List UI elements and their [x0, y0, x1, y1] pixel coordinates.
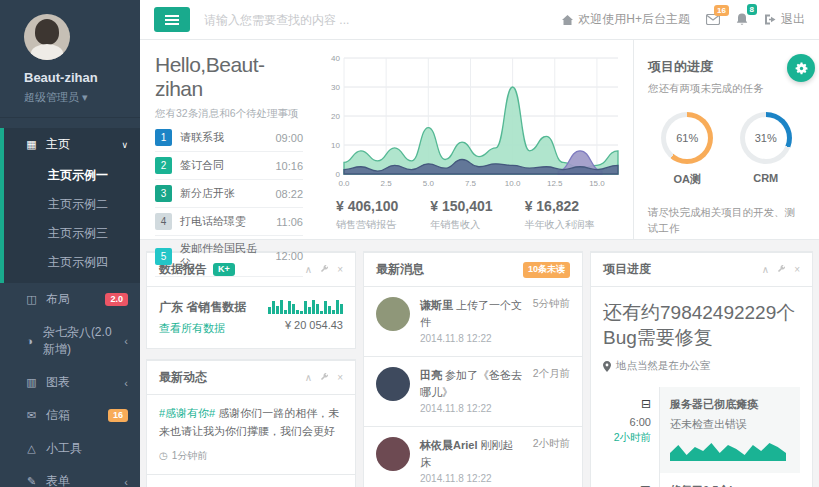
post-text: #感谢有你# 感谢你们一路的相伴，未来也请让我为你们撑腰，我们会更好	[159, 405, 343, 440]
chevron-left-icon: ‹	[124, 335, 128, 347]
submenu-item[interactable]: 主页示例四	[4, 248, 140, 277]
todo-text: 打电话给璟雯	[180, 214, 246, 229]
submenu-item[interactable]: 主页示例二	[4, 190, 140, 219]
sidebar-item[interactable]: ▥ 图表 ‹	[0, 366, 140, 399]
svg-text:40: 40	[331, 54, 340, 63]
submenu-item[interactable]: 主页示例一	[4, 161, 140, 190]
svg-text:10.0: 10.0	[505, 179, 521, 188]
avatar	[376, 297, 410, 331]
svg-text:7.5: 7.5	[465, 179, 477, 188]
svg-text:12.5: 12.5	[547, 179, 563, 188]
news-item[interactable]: 田亮 参加了《爸爸去哪儿》 2014.11.8 12:22 2个月前	[364, 357, 582, 427]
map-marker-icon	[603, 361, 611, 372]
sidebar-item[interactable]: ◫ 布局 2.0	[0, 283, 140, 316]
todo-text: 请联系我	[180, 130, 224, 145]
timeline-content: 服务器已彻底瘫痪 还未检查出错误	[659, 387, 800, 473]
collapse-icon[interactable]: ∧	[762, 265, 769, 275]
latest-news-panel: 最新消息 10条未读 谦斯里 上传了一个文件 2014.11.8 12:22 5	[363, 251, 583, 487]
donut-percent: 31%	[755, 132, 777, 144]
chevron-down-icon: ∨	[121, 140, 128, 150]
close-icon[interactable]: ×	[794, 265, 800, 275]
svg-text:2.5: 2.5	[381, 179, 393, 188]
gear-icon	[794, 61, 809, 76]
close-icon[interactable]: ×	[337, 265, 343, 275]
donut-label: OA测	[661, 172, 713, 187]
panel-tools: ∧ ×	[305, 372, 343, 383]
post-tag-link[interactable]: #感谢有你#	[159, 407, 215, 419]
submenu-item[interactable]: 主页示例三	[4, 219, 140, 248]
unread-count-badge: 10条未读	[523, 262, 570, 278]
timeline-item: ⊟ 6:00 2小时前 服务器已彻底瘫痪 还未检查出错误	[603, 387, 800, 473]
search-input[interactable]	[204, 13, 434, 27]
timeline-title: 服务器已彻底瘫痪	[670, 397, 790, 412]
chart-stats: ¥ 406,100 销售营销报告 ¥ 150,401 年销售收入 ¥ 16,82…	[326, 194, 629, 232]
welcome-link[interactable]: 欢迎使用H+后台主题	[562, 11, 690, 28]
todo-item[interactable]: 2 签订合同 10:16	[155, 152, 303, 180]
project-detail-panel: 项目进度 ∧ × 还有约79842492229个Bug需要修复 地点当然是在办公…	[590, 251, 813, 487]
todo-time: 09:00	[275, 132, 303, 144]
close-icon[interactable]: ×	[337, 373, 343, 383]
news-time-ago: 2个月前	[533, 367, 570, 416]
news-item[interactable]: 林依晨Ariel 刚刚起床 2014.11.8 12:22 2小时前	[364, 427, 582, 487]
settings-icon[interactable]	[777, 264, 786, 275]
stat-label: 半年收入利润率	[525, 218, 619, 232]
report-value: ¥ 20 054.43	[268, 319, 343, 331]
stat-block: ¥ 16,822 半年收入利润率	[525, 198, 619, 232]
sidebar-item[interactable]: ◑ 杂七杂八(2.0新增) ‹	[0, 316, 140, 366]
panel-tools: ∧ ×	[305, 264, 343, 275]
stat-value: ¥ 150,401	[430, 198, 524, 214]
panel-title: 最新动态	[159, 369, 207, 386]
svg-text:10: 10	[331, 141, 340, 150]
column-left: 数据报告 K+ ∧ × 广东 省销售数据 查看所有数据 ¥ 2	[146, 251, 356, 487]
notifications-button[interactable]: 8	[736, 13, 748, 26]
news-user-name: 林依晨Ariel	[420, 439, 477, 451]
timeline-meta: ▤ 7:00 3小时前	[603, 473, 659, 487]
panel-title: 最新消息	[376, 261, 424, 278]
avatar[interactable]	[24, 14, 70, 60]
bar-chart-icon: ▥	[25, 376, 38, 389]
view-all-data-link[interactable]: 查看所有数据	[159, 321, 246, 336]
panel-tools: ∧ ×	[762, 264, 800, 275]
columns-icon: ◫	[25, 293, 38, 306]
settings-icon[interactable]	[320, 372, 329, 383]
menu-badge: 2.0	[105, 293, 128, 306]
timeline: ⊟ 6:00 2小时前 服务器已彻底瘫痪 还未检查出错误	[603, 387, 800, 487]
sidebar-item-home-link[interactable]: ▦ 主页 ∨	[4, 128, 140, 161]
donut-percent: 61%	[676, 132, 698, 144]
logout-button[interactable]: 退出	[764, 11, 805, 28]
panel-title: 项目进度	[603, 261, 651, 278]
bell-icon	[736, 13, 748, 26]
stat-value: ¥ 406,100	[336, 198, 430, 214]
todo-number-badge: 2	[155, 157, 172, 174]
column-right: 项目进度 ∧ × 还有约79842492229个Bug需要修复 地点当然是在办公…	[590, 251, 813, 487]
collapse-icon[interactable]: ∧	[305, 373, 312, 383]
messages-count-badge: 16	[714, 5, 729, 16]
sidebar-toggle-button[interactable]	[154, 7, 190, 32]
news-body: 林依晨Ariel 刚刚起床 2014.11.8 12:22	[420, 437, 523, 486]
messages-button[interactable]: 16	[706, 14, 720, 25]
todo-item[interactable]: 4 打电话给璟雯 11:06	[155, 208, 303, 236]
welcome-text: 欢迎使用H+后台主题	[578, 11, 690, 28]
user-role-dropdown[interactable]: 超级管理员 ▾	[24, 90, 140, 105]
sidebar-item[interactable]: △ 小工具	[0, 432, 140, 465]
menu-badge: 16	[108, 409, 128, 422]
sidebar-item[interactable]: ✉ 信箱 16	[0, 399, 140, 432]
sidebar-item-label: 布局	[46, 291, 70, 308]
news-line: 谦斯里 上传了一个文件	[420, 297, 523, 330]
settings-fab-button[interactable]	[787, 54, 815, 82]
todo-item[interactable]: 5 发邮件给国民岳父 12:00	[155, 236, 303, 277]
latest-activity-panel: 最新动态 ∧ × #感谢有你# 感谢你们一路的相伴，未来也请让我为你们撑腰，我们…	[146, 359, 356, 487]
todo-item[interactable]: 1 请联系我 09:00	[155, 124, 303, 152]
sidebar-item[interactable]: ✎ 表单 ‹	[0, 465, 140, 487]
todo-text: 新分店开张	[180, 186, 235, 201]
settings-icon[interactable]	[320, 264, 329, 275]
home-submenu: 主页示例一 主页示例二 主页示例三 主页示例四	[4, 161, 140, 283]
report-region: 广东 省销售数据	[159, 299, 246, 316]
bug-count-headline: 还有约79842492229个Bug需要修复	[603, 301, 800, 350]
todo-item[interactable]: 3 新分店开张 08:22	[155, 180, 303, 208]
news-item[interactable]: 谦斯里 上传了一个文件 2014.11.8 12:22 5分钟前	[364, 287, 582, 357]
collapse-icon[interactable]: ∧	[305, 265, 312, 275]
todo-time: 08:22	[275, 188, 303, 200]
todo-time: 12:00	[275, 250, 303, 262]
hamburger-icon	[165, 19, 179, 21]
